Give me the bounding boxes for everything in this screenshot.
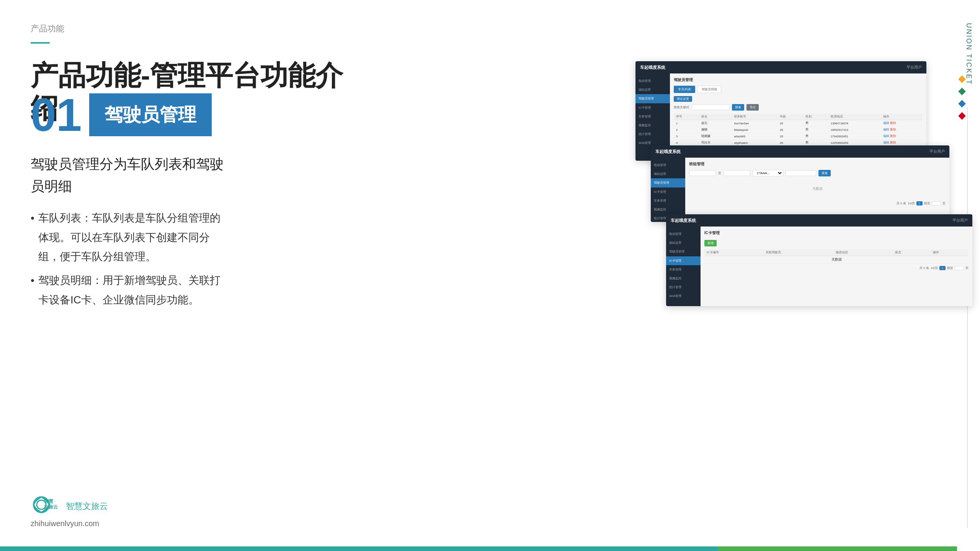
win1-title: 车起哦度系统 [640,65,665,70]
delete-link[interactable]: 删除 [890,121,896,125]
bottom-bar-green [718,546,957,551]
win1-content-title: 驾驶员管理 [674,77,923,83]
win2-sidebar-item-3[interactable]: IC卡管理 [651,187,685,196]
win1-th-0: 序号 [674,114,699,120]
win1-header-right: 平台用户 [906,65,922,70]
win3-main: IC卡管理 新增 IC卡编号 关联驾驶员 描述信息 状态 操作 [701,227,972,306]
sidebar-item-vehicle[interactable]: 车务管理 [635,112,670,121]
win3-sidebar-item-3[interactable]: IC卡管理 [666,256,701,265]
win1-search-label: 搜索关键词 [674,105,689,109]
vertical-text: UNION TICKET [965,23,973,85]
sidebar-item-ic[interactable]: IC卡管理 [635,103,670,112]
win3-sidebar-item-6[interactable]: 统计管理 [666,283,701,292]
win3-add-btn[interactable]: 新增 [704,240,717,246]
win1-tab-1[interactable]: 专员/列表 [674,86,695,93]
win2-sidebar-item-5[interactable]: 视频监控 [651,205,685,214]
bullet-item-1: 车队列表：车队列表是车队分组管理的体现。可以在车队列表下创建不同分组，便于车队分… [31,209,230,266]
win2-search-btn[interactable]: 搜索 [818,170,831,176]
breadcrumb: 产品功能 [31,23,926,34]
win2-filter-3[interactable] [786,170,816,176]
bullet-list: 车队列表：车队列表是车队分组管理的体现。可以在车队列表下创建不同分组，便于车队分… [31,209,230,310]
breadcrumb-line [31,42,50,44]
win2-sidebar-item-0[interactable]: 电动管理 [651,161,685,170]
dot-blue [958,100,966,108]
win3-th-2: 描述信息 [833,249,893,256]
win3-sidebar-item-0[interactable]: 电动管理 [666,230,701,238]
win2-sidebar-item-1[interactable]: 场站运营 [651,170,685,178]
win3-table: IC卡编号 关联驾驶员 描述信息 状态 操作 无数据 [704,249,969,264]
delete-link[interactable]: 删除 [890,134,896,138]
win1-sub-tab[interactable]: 绑定设置 [674,96,692,102]
sidebar-item-stats[interactable]: 统计管理 [635,130,670,139]
win2-content-title: 班组管理 [689,161,946,167]
table-row: 3陆媚媛artaziW920男17040903451编辑 删除 [674,133,923,140]
win2-pagination: 共 0 条 10/页 1 跳至 页 [689,201,946,205]
win2-filter-1[interactable] [689,170,716,176]
win3-page-1[interactable]: 1 [939,266,946,270]
sidebar-item-station[interactable]: 场站运营 [635,85,670,94]
table-row: 4司白天ubykfuakm20男12253663453编辑 删除 [674,140,923,146]
win3-sidebar-item-7[interactable]: ADA管理 [666,292,701,300]
win1-th-2: 登录账号 [732,114,777,120]
win3-sidebar-item-5[interactable]: 视频监控 [666,274,701,283]
win3-th-1: 关联驾驶员 [763,249,834,256]
win2-sidebar-item-2[interactable]: 驾驶员管理 [651,178,685,187]
win3-th-4: 操作 [931,249,969,256]
feature-badge: 驾驶员管理 [89,93,212,136]
bottom-bar [0,546,957,551]
logo-icon: 智慧 文旅云 [31,493,61,516]
win2-sidebar: 电动管理 场站运营 驾驶员管理 IC卡管理 车务管理 视频监控 统计管理 ADA… [651,158,685,222]
win3-sidebar-item-1[interactable]: 场站运营 [666,238,701,247]
win3-th-0: IC卡编号 [704,249,763,256]
screenshot-window-2: 车起哦度系统 平台用户 电动管理 场站运营 驾驶员管理 IC卡管理 车务管理 视… [651,145,949,222]
win1-th-1: 姓名 [699,114,732,120]
dot-yellow [958,75,966,83]
win3-th-3: 状态 [893,249,931,256]
win2-header-right: 平台用户 [929,149,945,154]
win3-sidebar-item-4[interactable]: 车务管理 [666,265,701,274]
dot-red [958,112,966,120]
logo-name: 智慧文旅云 [66,500,108,512]
win3-sidebar-item-2[interactable]: 驾驶员管理 [666,247,701,256]
win1-th-5: 联系电话 [828,114,881,120]
delete-link[interactable]: 删除 [890,128,896,131]
logo-area: 智慧 文旅云 智慧文旅云 zhihuiwenlvyun.com [31,493,108,528]
logo-url: zhihuiwenlvyun.com [31,519,99,528]
sidebar-item-electric[interactable]: 电动管理 [635,77,670,85]
win1-tab-2[interactable]: 驾驶员明细 [697,86,721,93]
screenshot-window-3: 车起哦度系统 平台用户 电动管理 场站运营 驾驶员管理 IC卡管理 车务管理 视… [666,214,972,306]
win3-page-jump[interactable] [955,266,964,270]
svg-text:智慧: 智慧 [44,499,54,504]
win2-sidebar-item-4[interactable]: 车务管理 [651,196,685,205]
sidebar-item-driver[interactable]: 驾驶员管理 [635,94,670,103]
dot-green [958,88,966,95]
win2-main: 班组管理 至 CTANA... 搜索 无数据 共 0 条 10/页 1 跳至 [685,158,949,222]
win2-empty-text: 无数据 [689,179,946,199]
edit-link[interactable]: 编辑 [883,121,889,125]
desc-title: 驾驶员管理分为车队列表和驾驶员明细 [31,153,230,197]
win1-export-btn[interactable]: 导出 [746,104,759,111]
delete-link[interactable]: 删除 [890,141,896,144]
win3-header-right: 平台用户 [952,218,968,223]
right-border-line [967,107,968,528]
win3-pagination: 共 0 条 10/页 1 跳至 页 [704,266,969,270]
feature-number: 01 [31,92,82,138]
win3-empty: 无数据 [704,256,969,264]
win1-th-6: 操作 [881,114,923,120]
sidebar-item-video[interactable]: 视频监控 [635,121,670,130]
bottom-bar-teal [0,546,718,551]
edit-link[interactable]: 编辑 [883,134,889,138]
win3-content-title: IC卡管理 [704,230,969,236]
win3-sidebar: 电动管理 场站运营 驾驶员管理 IC卡管理 车务管理 视频监控 统计管理 ADA… [666,227,701,306]
edit-link[interactable]: 编辑 [883,141,889,144]
svg-text:文旅云: 文旅云 [44,504,58,510]
edit-link[interactable]: 编辑 [883,128,889,131]
win1-search-btn[interactable]: 搜索 [732,104,744,111]
win1-th-4: 性别 [803,114,828,120]
win3-title: 车起哦度系统 [671,218,696,223]
win2-filter-select[interactable]: CTANA... [753,170,783,176]
win2-page-1[interactable]: 1 [916,201,923,205]
win2-filter-2[interactable] [724,170,750,176]
win2-page-jump[interactable] [932,201,941,205]
win1-search-input[interactable] [691,104,730,110]
